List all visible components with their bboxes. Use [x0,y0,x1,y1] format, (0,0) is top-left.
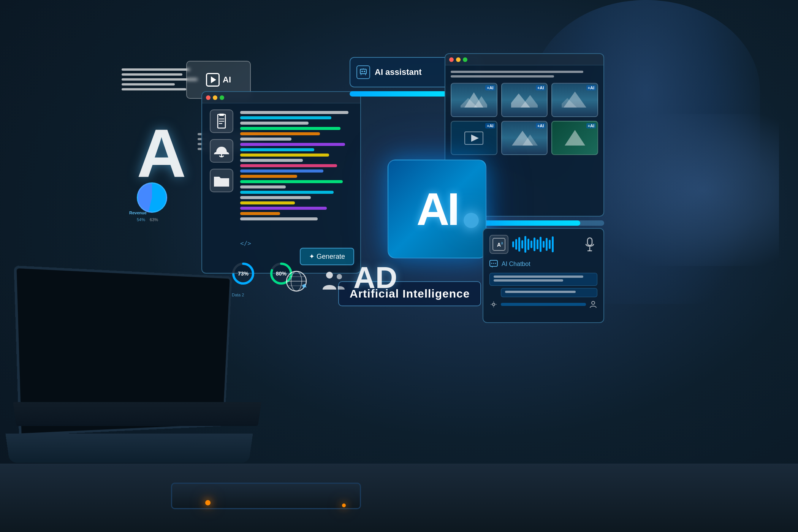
svg-marker-25 [565,130,585,146]
svg-text:a: a [501,241,503,245]
wave-bar [530,241,532,248]
code-line [240,180,343,183]
svg-point-35 [495,263,496,264]
folder-icon-box [210,169,233,192]
code-line [240,164,337,167]
pie-stat-54: 54% [137,217,145,222]
chat-line [505,291,576,293]
svg-point-43 [326,272,333,279]
circle-progress-73: 73% [228,258,258,289]
image-thumb: +AI [501,121,548,155]
floating-ui-container: A AI [114,46,684,388]
clipboard-icon-box [210,109,233,133]
image-row: +AI +AI +AI [451,121,598,155]
code-line [240,116,331,119]
wave-bar [552,236,554,252]
code-tag: </> [240,240,251,247]
svg-text:A: A [497,242,501,248]
wave-bar [549,240,551,249]
panel-header [202,92,360,103]
code-line [240,217,318,220]
thumb-ai-badge: +AI [485,85,495,90]
code-line [240,191,334,194]
window-dot-green [220,95,224,100]
thumb-ai-badge: +AI [536,85,545,90]
mountain-icon [562,128,588,147]
pie-chart-widget: Revenue 54% 63% [137,182,182,220]
generate-button-label: ✦ Generate [309,252,345,261]
glow-dot-1 [205,500,211,505]
wave-bar [524,236,526,253]
mountain-icon [511,90,538,109]
svg-point-44 [337,274,342,279]
ai-tools-row: A a [489,235,597,254]
image-thumb: +AI [551,83,598,117]
svg-point-10 [364,71,365,72]
generate-button[interactable]: ✦ Generate [300,248,354,265]
wave-bar [518,237,520,252]
glow-dot-2 [342,504,346,507]
ai-assistant-progress-fill [350,91,446,97]
laptop-base [5,434,253,463]
code-line [240,212,280,215]
chat-bubble-1 [489,273,597,286]
icons-column [208,109,235,267]
cloud-icon [213,144,230,157]
generate-button-container: ✦ Generate [300,248,354,265]
wave-bar [512,241,514,247]
play-icon [206,73,220,87]
image-thumb: +AI [451,83,497,117]
image-grid-header-lines [451,71,598,78]
img-line [451,75,554,78]
large-letter-a: A [137,114,182,193]
pie-label-revenue: Revenue [129,211,147,215]
user-icon [589,300,597,309]
wave-bar [534,238,535,251]
image-thumb: +AI [551,121,598,155]
big-ai-block: AI [388,160,486,258]
play-triangle [211,76,216,83]
clipboard-icon [215,114,228,129]
ad-text: AD [353,260,397,295]
image-row: +AI +AI +AI [451,83,598,117]
ai-assistant-icon [356,65,370,79]
svg-point-34 [493,263,494,264]
wave-bar [543,241,545,248]
settings-icon-row [489,300,597,309]
image-thumbs-grid: +AI +AI +AI [451,83,598,155]
thumb-ai-badge: +AI [586,123,596,128]
ai-video-label: AI [223,75,231,85]
translate-icon-box: A a [489,235,508,254]
people-widget [319,266,350,296]
window-dot-red [449,57,454,62]
window-dot-yellow [213,95,217,100]
waveform-bar [512,235,578,254]
chat-bubble-2 [501,288,597,297]
pie-stat-63: 63% [150,217,158,222]
ai-assistant-title: AI assistant [375,67,422,77]
chatbot-row: AI Chatbot [489,260,597,268]
code-line [240,148,314,151]
code-line [240,207,327,210]
mic-icon-box [582,235,597,254]
svg-point-9 [361,71,363,72]
image-thumb: +AI [501,83,548,117]
code-line [240,201,295,204]
img-line [451,71,583,73]
chat-line [494,276,583,278]
tablet-device [171,483,361,509]
line-item [122,88,186,90]
cloud-icon-box [210,139,233,163]
image-thumb: +AI [451,121,497,155]
image-grid-content: +AI +AI +AI [445,65,603,160]
chatbot-icon [489,260,498,268]
mic-icon [584,237,595,252]
data-label-data2: Data 2 [232,293,244,297]
globe-icon [285,270,308,293]
mountain-icon [562,90,588,109]
svg-point-37 [592,301,595,304]
window-dot-red [206,95,211,100]
wave-bar [515,239,517,250]
wave-bar [527,239,529,250]
code-editor-panel: ✦ Generate </> [201,91,361,274]
